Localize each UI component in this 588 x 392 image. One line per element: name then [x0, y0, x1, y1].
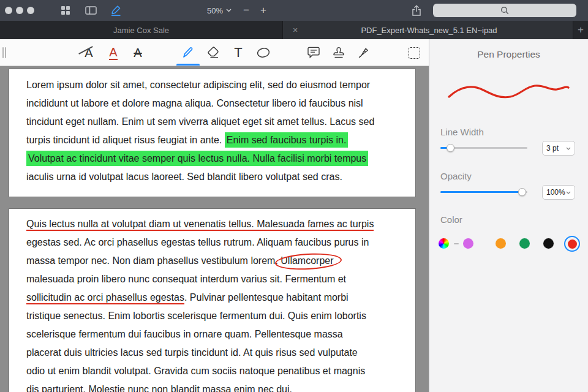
opacity-slider[interactable]: [440, 191, 527, 193]
zoom-out-button[interactable]: −: [239, 3, 254, 18]
signature-tool-icon[interactable]: [355, 43, 373, 62]
eraser-tool-icon[interactable]: [204, 43, 222, 62]
highlight-annotation: Enim sed faucibus turpis in.: [225, 132, 349, 148]
text-line: odio ut enim blandit volutpat. Gravida c…: [26, 362, 398, 380]
selected-tool-indicator: [176, 64, 200, 66]
opacity-label: Opacity: [440, 171, 472, 181]
annotate-pen-icon[interactable]: [108, 4, 123, 17]
text-line: sollicitudin ac orci phasellus egestas. …: [26, 288, 398, 307]
purple-swatch[interactable]: [463, 238, 473, 249]
zoom-window-button[interactable]: [27, 7, 34, 14]
pen-tool-icon[interactable]: [179, 43, 197, 62]
swatch-divider: [454, 243, 459, 244]
line-width-select[interactable]: 3 pt: [542, 141, 575, 156]
titlebar: 50% − +: [0, 0, 588, 21]
zoom-level-value: 50%: [207, 6, 223, 15]
text-line: Quis lectus nulla at volutpat diam ut ve…: [26, 215, 398, 233]
black-swatch[interactable]: [543, 238, 554, 249]
stamp-tool-icon[interactable]: [330, 43, 348, 62]
chevron-down-icon: [226, 9, 232, 12]
new-tab-button[interactable]: +: [573, 21, 588, 39]
panel-title: Pen Properties: [429, 49, 588, 60]
zoom-in-button[interactable]: +: [256, 3, 271, 18]
text-line: tristique senectus. Enim lobortis sceler…: [26, 307, 398, 325]
annotation-toolbar: A A A T: [0, 39, 429, 66]
pen-circle-annotation: Ullamcorper: [281, 255, 333, 266]
opacity-slider-knob[interactable]: [518, 188, 526, 196]
line-width-slider-knob[interactable]: [447, 144, 454, 152]
comment-tool-icon[interactable]: [304, 43, 323, 62]
page-2: Quis lectus nulla at volutpat diam ut ve…: [9, 208, 416, 392]
strikeout-tool-icon[interactable]: A: [129, 43, 147, 62]
green-swatch[interactable]: [519, 238, 530, 249]
underline-tool-icon[interactable]: A: [104, 43, 123, 62]
opacity-select[interactable]: 100%: [542, 185, 575, 200]
sidebar-toggle-icon[interactable]: [83, 4, 98, 17]
tab-label: PDF_Expert-Whats_new_5.1 EN~ipad: [300, 26, 558, 35]
text-line: iaculis urna id volutpat lacus laoreet. …: [26, 168, 398, 186]
text-tool-icon[interactable]: T: [229, 43, 247, 62]
document-area[interactable]: Lorem ipsum dolor sit amet, consectetur …: [0, 67, 429, 392]
text-line: incididunt ut labore et dolore magna ali…: [26, 94, 398, 113]
custom-color-swatch[interactable]: [439, 238, 449, 249]
chevron-down-icon: [566, 191, 571, 194]
text-line: placerat duis ultricies lacus sed turpis…: [26, 344, 398, 362]
pen-properties-panel: Pen Properties Line Width 3 pt Opacity 1…: [429, 39, 588, 392]
search-input[interactable]: [433, 4, 576, 17]
text-line: tincidunt eget nullam. Enim ut sem viver…: [26, 113, 398, 131]
text-line: malesuada proin libero nunc consequat in…: [26, 270, 398, 288]
highlight-annotation: Volutpat ac tincidunt vitae semper quis …: [26, 151, 368, 166]
sidebar-drag-handle[interactable]: [5, 47, 6, 58]
line-width-label: Line Width: [440, 127, 484, 137]
text-line: dis parturient. Molestie nunc non blandi…: [26, 380, 398, 392]
color-swatches: [429, 235, 588, 252]
text-line: massa tempor nec. Non diam phasellus ves…: [26, 252, 398, 270]
red-swatch-selected[interactable]: [564, 236, 580, 252]
line-width-slider[interactable]: [440, 147, 527, 149]
tab-bar: Jamie Cox Sale ✕ PDF_Expert-Whats_new_5.…: [0, 21, 588, 39]
thumbnails-grid-icon[interactable]: [58, 4, 73, 17]
pen-underline-annotation: sollicitudin ac orci phasellus egestas: [26, 292, 184, 304]
select-tool-icon[interactable]: [405, 43, 423, 62]
text-line: egestas sed. Ac orci phasellus egestas t…: [26, 233, 398, 252]
minimize-window-button[interactable]: [16, 7, 23, 14]
zoom-level-control[interactable]: 50%: [207, 5, 232, 16]
pen-stroke-preview: [447, 80, 571, 105]
page-1: Lorem ipsum dolor sit amet, consectetur …: [9, 69, 416, 197]
tab-label: Jamie Cox Sale: [113, 26, 169, 35]
text-line: turpis tincidunt id aliquet risus feugia…: [26, 131, 398, 149]
text-line: scelerisque fermentum dui faucibus in or…: [26, 325, 398, 344]
pdf-expert-window: 50% − + Jamie Cox Sale ✕ PDF_Expert-What…: [0, 0, 588, 392]
tab-pdf-expert-whats-new[interactable]: ✕ PDF_Expert-Whats_new_5.1 EN~ipad: [283, 21, 573, 39]
shapes-tool-icon[interactable]: [254, 43, 273, 62]
text-line: Volutpat ac tincidunt vitae semper quis …: [26, 149, 398, 168]
tab-jamie-cox-sale[interactable]: Jamie Cox Sale: [0, 21, 283, 39]
share-icon[interactable]: [409, 4, 424, 17]
close-window-button[interactable]: [5, 7, 12, 14]
text-style-tool-icon[interactable]: A: [80, 43, 98, 62]
text-line: Lorem ipsum dolor sit amet, consectetur …: [26, 76, 398, 94]
pen-underline-annotation: Quis lectus nulla at volutpat diam ut ve…: [26, 219, 374, 231]
chevron-down-icon: [566, 147, 571, 150]
search-icon: [500, 6, 509, 15]
orange-swatch[interactable]: [496, 238, 506, 249]
sidebar-drag-handle[interactable]: [2, 47, 4, 58]
color-label: Color: [440, 214, 462, 225]
tab-close-icon[interactable]: ✕: [290, 26, 300, 34]
